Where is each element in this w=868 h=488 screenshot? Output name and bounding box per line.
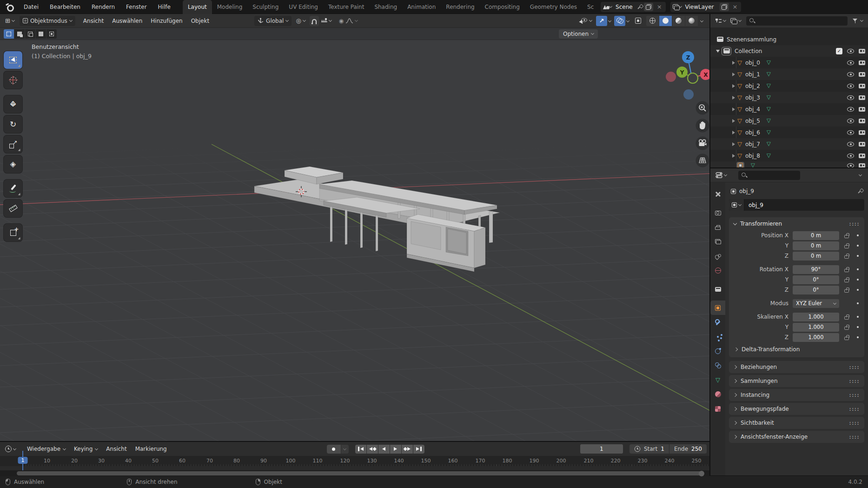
section-ansichtsfenster-anzeige[interactable]: Ansichtsfenster-Anzeige: [729, 431, 864, 443]
drag-handle-icon[interactable]: [849, 393, 860, 398]
row-obj-6[interactable]: obj_6: [710, 127, 868, 138]
navigation-gizmo[interactable]: Y Z X: [665, 41, 709, 102]
auto-keying-options[interactable]: [341, 445, 349, 454]
drag-handle-icon[interactable]: [849, 365, 860, 370]
lock-icon[interactable]: [844, 316, 849, 320]
select-mode-intersect-button[interactable]: [46, 29, 57, 39]
row-obj-3[interactable]: obj_3: [710, 92, 868, 103]
menu-wiedergabe[interactable]: Wiedergabe: [23, 442, 70, 456]
drag-handle-icon[interactable]: [849, 435, 860, 440]
eye-icon[interactable]: [847, 49, 854, 53]
editor-type-button[interactable]: [3, 16, 17, 25]
next-keyframe-button[interactable]: [402, 445, 413, 454]
auto-keying-button[interactable]: [327, 445, 341, 454]
gizmo-neg-y[interactable]: [688, 73, 698, 83]
timeline-track[interactable]: [0, 466, 709, 470]
tool-scale[interactable]: [4, 135, 22, 153]
animate-dot[interactable]: [857, 316, 859, 318]
outliner-editor-type-button[interactable]: [713, 17, 728, 25]
lock-icon[interactable]: [844, 245, 849, 248]
eye-icon[interactable]: [847, 142, 854, 147]
select-mode-subtract-button[interactable]: [25, 29, 35, 39]
lock-icon[interactable]: [844, 327, 849, 330]
expand-arrow-icon[interactable]: [732, 107, 735, 111]
row-obj-0[interactable]: obj_0: [710, 57, 868, 68]
select-mode-new-button[interactable]: [4, 29, 14, 39]
scene-properties-tab[interactable]: [710, 249, 725, 263]
xray-toggle[interactable]: [632, 16, 643, 26]
camera-icon[interactable]: [859, 107, 865, 112]
new-scene-button[interactable]: [644, 3, 653, 11]
rotation-mode-dropdown[interactable]: XYZ Euler: [793, 299, 839, 308]
drag-handle-icon[interactable]: [849, 379, 860, 384]
tool-select-box[interactable]: [4, 51, 22, 69]
section-beziehungen[interactable]: Beziehungen: [729, 361, 864, 373]
camera-icon[interactable]: [859, 49, 865, 53]
transform-panel-header[interactable]: Transformieren: [729, 217, 864, 230]
tab-sculpting[interactable]: Sculpting: [247, 0, 284, 14]
timeline-scrollbar[interactable]: [0, 470, 709, 476]
section-sichtbarkeit[interactable]: Sichtbarkeit: [729, 417, 864, 429]
orientation-dropdown[interactable]: Global: [254, 16, 292, 26]
lock-icon[interactable]: [844, 269, 849, 272]
menu-hilfe[interactable]: Hilfe: [152, 0, 176, 14]
lock-icon[interactable]: [844, 289, 849, 293]
shading-rendered-button[interactable]: [685, 16, 698, 26]
pin-icon[interactable]: [636, 4, 642, 10]
tool-properties-tab[interactable]: [710, 187, 725, 201]
eye-icon[interactable]: [847, 72, 854, 77]
camera-icon[interactable]: [859, 142, 865, 147]
material-properties-tab[interactable]: [710, 387, 725, 401]
tab-uv-editing[interactable]: UV Editing: [284, 0, 323, 14]
jump-to-end-button[interactable]: [413, 445, 424, 454]
prev-keyframe-button[interactable]: [367, 445, 378, 454]
tab-compositing[interactable]: Compositing: [480, 0, 525, 14]
camera-icon[interactable]: [859, 119, 865, 123]
eye-icon[interactable]: [847, 130, 854, 135]
pan-button[interactable]: [696, 119, 709, 133]
shading-material-button[interactable]: [672, 16, 685, 26]
jump-to-start-button[interactable]: [355, 445, 366, 454]
lock-icon[interactable]: [844, 337, 849, 340]
expand-arrow-icon[interactable]: [732, 84, 735, 88]
texture-properties-tab[interactable]: [710, 401, 725, 416]
tool-move[interactable]: [4, 95, 22, 113]
select-mode-invert-button[interactable]: [36, 29, 46, 39]
output-properties-tab[interactable]: [710, 220, 725, 234]
tool-measure[interactable]: [4, 200, 22, 217]
tab-rendering[interactable]: Rendering: [441, 0, 479, 14]
camera-icon[interactable]: [859, 72, 865, 77]
drag-handle-icon[interactable]: [849, 221, 860, 227]
play-reverse-button[interactable]: [378, 445, 390, 454]
delta-transform-section[interactable]: Delta-Transformation: [729, 342, 864, 354]
row-scene-collection[interactable]: Szenensammlung: [710, 33, 868, 45]
camera-icon[interactable]: [859, 84, 865, 88]
object-data-properties-tab[interactable]: [710, 373, 725, 387]
current-frame-indicator[interactable]: 1: [18, 457, 28, 464]
animate-dot[interactable]: [857, 326, 859, 328]
chevron-down-icon[interactable]: [626, 19, 629, 22]
row-obj-8[interactable]: obj_8: [710, 150, 868, 161]
snap-settings-button[interactable]: [319, 17, 334, 25]
position-y-field[interactable]: 0 m: [793, 241, 839, 250]
lock-icon[interactable]: [844, 235, 849, 238]
view-layer-properties-tab[interactable]: [710, 234, 725, 249]
scrollbar-handle[interactable]: [17, 471, 704, 475]
eye-icon[interactable]: [847, 60, 854, 65]
pivot-point-button[interactable]: [293, 16, 307, 25]
particles-properties-tab[interactable]: [710, 329, 725, 344]
pin-icon[interactable]: [857, 188, 862, 194]
expand-arrow-icon[interactable]: [732, 131, 735, 134]
tab-geometry-nodes[interactable]: Geometry Nodes: [525, 0, 582, 14]
select-mode-extend-button[interactable]: [14, 29, 25, 39]
visibility-dropdown[interactable]: [577, 16, 594, 26]
gizmo-neg-z[interactable]: [683, 89, 694, 100]
ortho-toggle-button[interactable]: [696, 154, 709, 167]
animate-dot[interactable]: [857, 245, 859, 247]
lock-icon[interactable]: [844, 255, 849, 259]
physics-properties-tab[interactable]: [710, 344, 725, 358]
menu-auswaehlen[interactable]: Auswählen: [108, 14, 146, 28]
menu-bearbeiten[interactable]: Bearbeiten: [44, 0, 86, 14]
menu-tl-ansicht[interactable]: Ansicht: [102, 442, 131, 456]
position-z-field[interactable]: 0 m: [793, 252, 839, 261]
